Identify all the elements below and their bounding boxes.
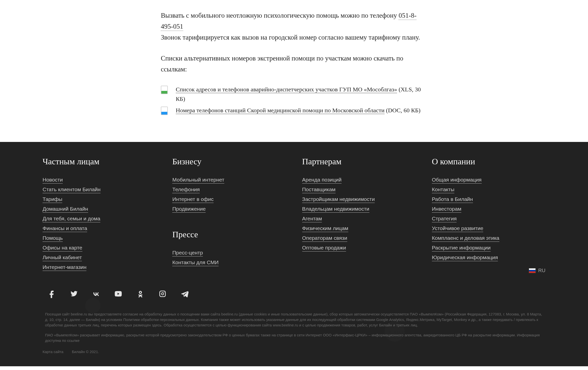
footer-links: Общая информация Контакты Работа в Билай… [432, 176, 545, 261]
paragraph-emergency: Вызвать с мобильного неотложную психолог… [161, 10, 427, 43]
footer-link[interactable]: Устойчивое развитие [432, 225, 483, 232]
footer-link[interactable]: Работа в Билайн [432, 196, 473, 203]
footer-link[interactable]: Стать клиентом Билайн [43, 186, 101, 193]
footer-col-about: О компании Общая информация Контакты Раб… [432, 157, 545, 273]
sitemap-link[interactable]: Карта сайта [43, 350, 63, 354]
footer-links: Пресс-центр Контакты для СМИ [172, 249, 286, 266]
footer-link[interactable]: Пресс-центр [172, 250, 203, 256]
text-part: Вызвать с мобильного неотложную психолог… [161, 12, 399, 19]
footer-link[interactable]: Мобильный интернет [172, 177, 224, 184]
site-footer: Частным лицам Новости Стать клиентом Бил… [0, 142, 588, 366]
footer-link[interactable]: Инвесторам [432, 206, 462, 213]
footer-link[interactable]: Контакты для СМИ [172, 259, 219, 266]
legal-text: Посещая сайт beeline.ru вы предоставляет… [43, 311, 545, 343]
footer-link[interactable]: Раскрытие информации [432, 245, 491, 251]
footer-col-partners: Партнерам Аренда позиций Поставщикам Зас… [302, 157, 416, 273]
footer-heading: Частным лицам [43, 157, 156, 166]
footer-link[interactable]: Домашний Билайн [43, 206, 88, 213]
footer-link[interactable]: Телефония [172, 186, 200, 193]
footer-link[interactable]: Оптовые продажи [302, 245, 346, 251]
footer-link[interactable]: Продвижение [172, 206, 206, 213]
footer-link[interactable]: Тарифы [43, 196, 62, 203]
footer-links: Аренда позиций Поставщикам Застройщикам … [302, 176, 416, 251]
footer-link[interactable]: Владельцам недвижимости [302, 206, 369, 213]
doc-file-icon [161, 107, 168, 115]
footer-link[interactable]: Контакты [432, 186, 455, 193]
xls-file-icon [161, 86, 168, 94]
footer-link[interactable]: Юридическая информация [432, 254, 498, 261]
file-meta: (DOC, 60 КБ) [386, 107, 420, 114]
footer-link[interactable]: Личный кабинет [43, 254, 82, 261]
footer-heading: Партнерам [302, 157, 416, 166]
footer-link[interactable]: Интернет-магазин [43, 264, 86, 271]
footer-meta: Карта сайта Билайн © 2021. [43, 350, 545, 354]
footer-lower: Посещая сайт beeline.ru вы предоставляет… [43, 280, 545, 366]
footer-heading: О компании [432, 157, 545, 166]
footer-heading: Прессе [172, 230, 286, 239]
footer-heading: Бизнесу [172, 157, 286, 166]
footer-link[interactable]: Помощь [43, 235, 63, 242]
footer-link[interactable]: Агентам [302, 216, 322, 222]
twitter-icon[interactable] [70, 290, 78, 299]
download-link[interactable]: Список адресов и телефонов аварийно-дисп… [176, 86, 397, 93]
instagram-icon[interactable] [158, 290, 167, 299]
language-switcher[interactable]: RU [529, 268, 545, 273]
copyright: Билайн © 2021. [72, 350, 99, 354]
footer-link[interactable]: Аренда позиций [302, 177, 342, 184]
download-link[interactable]: Номера телефонов станций Скорой медицинс… [176, 107, 385, 114]
footer-links: Мобильный интернет Телефония Интернет в … [172, 176, 286, 212]
footer-link[interactable]: Физическим лицам [302, 225, 349, 232]
footer-link[interactable]: Финансы и оплата [43, 225, 87, 232]
footer-link[interactable]: Новости [43, 177, 63, 184]
downloads-list: Список адресов и телефонов аварийно-дисп… [161, 85, 427, 115]
youtube-icon[interactable] [114, 290, 122, 299]
footer-columns: Частным лицам Новости Стать клиентом Бил… [43, 157, 545, 280]
paragraph-downloads-intro: Списки альтернативных номеров экстренной… [161, 53, 427, 75]
footer-link[interactable]: Стратегия [432, 216, 457, 222]
footer-links: Новости Стать клиентом Билайн Тарифы Дом… [43, 176, 156, 271]
footer-link[interactable]: Операторам связи [302, 235, 347, 242]
vk-icon[interactable] [92, 290, 100, 299]
footer-link[interactable]: Застройщикам недвижимости [302, 196, 375, 203]
footer-link[interactable]: Для тебя, семьи и дома [43, 216, 100, 222]
flag-ru-icon [529, 268, 536, 273]
footer-link[interactable]: Комплаенс и деловая этика [432, 235, 499, 242]
article-content: Вызвать с мобильного неотложную психолог… [161, 0, 427, 142]
footer-col-personal: Частным лицам Новости Стать клиентом Бил… [43, 157, 156, 273]
footer-link[interactable]: Интернет в офис [172, 196, 214, 203]
footer-link[interactable]: Офисы на карте [43, 245, 82, 251]
download-item: Список адресов и телефонов аварийно-дисп… [161, 85, 427, 104]
footer-link[interactable]: Общая информация [432, 177, 482, 184]
download-item: Номера телефонов станций Скорой медицинс… [161, 106, 427, 115]
footer-link[interactable]: Поставщикам [302, 186, 336, 193]
legal-paragraph: Посещая сайт beeline.ru вы предоставляет… [45, 311, 543, 328]
telegram-icon[interactable] [180, 290, 189, 299]
ok-icon[interactable] [136, 290, 145, 299]
social-links [43, 290, 545, 311]
language-label: RU [538, 268, 545, 273]
text-part: Звонок тарифицируется как вызов на город… [161, 34, 420, 41]
footer-col-business: Бизнесу Мобильный интернет Телефония Инт… [172, 157, 286, 273]
legal-paragraph: ПАО «ВымпелКом» раскрывает информацию, р… [45, 332, 543, 343]
facebook-icon[interactable] [48, 290, 56, 299]
